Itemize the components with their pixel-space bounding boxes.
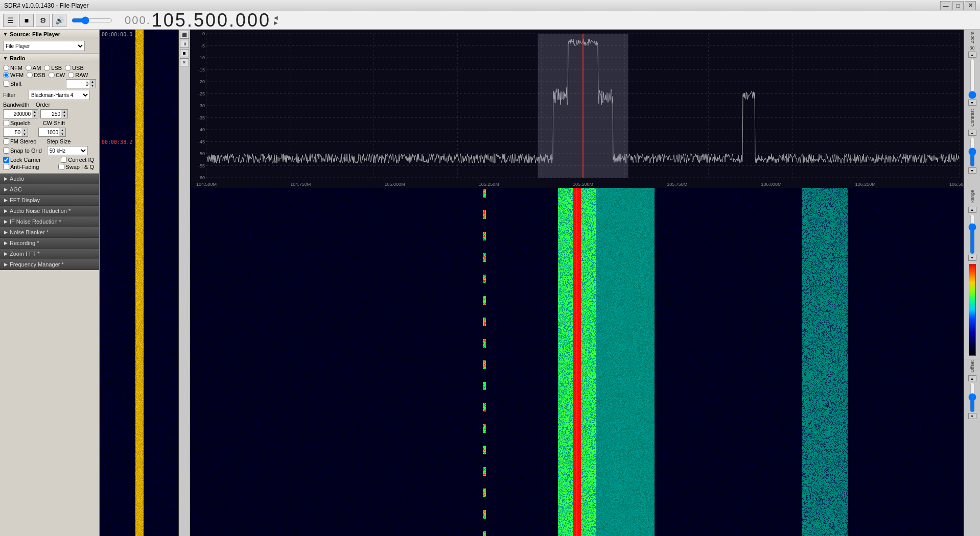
swap-iq-label[interactable]: Swap I & Q <box>58 164 94 170</box>
lock-carrier-label[interactable]: Lock Carrier <box>3 157 41 163</box>
order-input[interactable]: 250 <box>41 110 61 118</box>
squelch-down-btn[interactable]: ▼ <box>21 132 28 136</box>
shift-up-btn[interactable]: ▲ <box>89 80 96 84</box>
nfm-option[interactable]: NFM <box>3 65 22 71</box>
transport-btn-2[interactable]: ⏸ <box>180 40 189 48</box>
dsb-option[interactable]: DSB <box>27 72 45 78</box>
offset-slider[interactable] <box>968 382 977 412</box>
raw-option[interactable]: RAW <box>68 72 88 78</box>
if-noise-reduction-panel[interactable]: ▶ IF Noise Reduction * <box>0 216 99 227</box>
bandwidth-down-btn[interactable]: ▼ <box>32 114 38 118</box>
snap-to-grid-checkbox[interactable] <box>3 148 9 154</box>
source-header[interactable]: ▼ Source: File Player <box>0 30 99 39</box>
am-option[interactable]: AM <box>26 65 41 71</box>
bandwidth-input[interactable]: 200000 <box>4 110 32 118</box>
noise-blanker-panel[interactable]: ▶ Noise Blanker * <box>0 227 99 238</box>
radio-header[interactable]: ▼ Radio <box>0 54 99 63</box>
cw-shift-down-btn[interactable]: ▼ <box>59 132 65 136</box>
anti-fading-checkbox[interactable] <box>3 164 9 170</box>
wfm-option[interactable]: WFM <box>3 72 24 78</box>
agc-panel[interactable]: ▶ AGC <box>0 184 99 195</box>
fft-display-panel[interactable]: ▶ FFT Display <box>0 195 99 206</box>
stop-button[interactable]: ■ <box>19 14 34 27</box>
recording-panel[interactable]: ▶ Recording * <box>0 238 99 249</box>
fm-stereo-checkbox[interactable] <box>3 138 9 144</box>
correct-iq-checkbox[interactable] <box>61 157 67 163</box>
usb-radio[interactable] <box>65 65 71 71</box>
lsb-option[interactable]: LSB <box>44 65 62 71</box>
range-up-btn[interactable]: ▲ <box>968 207 976 213</box>
order-down-btn[interactable]: ▼ <box>61 114 67 118</box>
shift-spin-buttons: ▲ ▼ <box>89 80 96 88</box>
close-button[interactable]: ✕ <box>965 1 976 10</box>
settings-button[interactable]: ⚙ <box>36 14 50 27</box>
contrast-up-btn[interactable]: ▲ <box>968 130 976 136</box>
shift-spinbox[interactable]: 0 ▲ ▼ <box>66 79 96 88</box>
anti-fading-label[interactable]: Anti-Fading <box>3 164 39 170</box>
source-dropdown[interactable]: File Player <box>3 41 85 51</box>
minimize-button[interactable]: — <box>940 1 951 10</box>
cw-shift-spinbox[interactable]: 1000 ▲ ▼ <box>38 128 66 137</box>
usb-option[interactable]: USB <box>65 65 84 71</box>
order-up-btn[interactable]: ▲ <box>61 110 67 114</box>
offset-label: Offset <box>970 360 975 373</box>
cw-shift-label: CW Shift <box>43 120 65 126</box>
app-title: SDR# v1.0.0.1430 - File Player <box>4 2 88 9</box>
timestamp-mid: 00:00:38.2 <box>102 139 132 145</box>
squelch-checkbox[interactable] <box>3 120 9 126</box>
transport-btn-3[interactable]: ⏹ <box>180 49 189 57</box>
contrast-down-btn[interactable]: ▼ <box>968 167 976 174</box>
audio-noise-reduction-panel[interactable]: ▶ Audio Noise Reduction * <box>0 206 99 216</box>
offset-down-btn[interactable]: ▼ <box>968 413 976 419</box>
freq-left-arrow[interactable]: ◀ <box>274 15 278 20</box>
am-radio[interactable] <box>26 65 32 71</box>
volume-slider[interactable] <box>72 16 112 25</box>
range-down-btn[interactable]: ▼ <box>968 255 976 261</box>
menu-button[interactable]: ☰ <box>3 14 17 27</box>
contrast-slider[interactable] <box>968 136 977 167</box>
swap-iq-checkbox[interactable] <box>58 164 64 170</box>
bandwidth-spinbox[interactable]: 200000 ▲ ▼ <box>3 109 38 118</box>
transport-btn-1[interactable]: ⬛ <box>180 31 189 39</box>
squelch-input[interactable]: 50 <box>4 128 21 136</box>
wfm-radio[interactable] <box>3 72 9 78</box>
range-slider[interactable] <box>968 213 977 254</box>
raw-radio[interactable] <box>68 72 74 78</box>
dsb-radio[interactable] <box>27 72 33 78</box>
cw-shift-up-btn[interactable]: ▲ <box>59 128 65 132</box>
squelch-spinbox[interactable]: 50 ▲ ▼ <box>3 128 28 137</box>
squelch-up-btn[interactable]: ▲ <box>21 128 28 132</box>
shift-checkbox-label[interactable]: Shift <box>3 81 21 87</box>
freq-right-arrow[interactable]: ▶ <box>274 20 278 26</box>
order-spinbox[interactable]: 250 ▲ ▼ <box>40 109 68 118</box>
audio-button[interactable]: 🔊 <box>52 14 66 27</box>
freq-small: 000. <box>125 14 151 27</box>
nfm-radio[interactable] <box>3 65 9 71</box>
cw-shift-input[interactable]: 1000 <box>39 128 59 136</box>
freq-arrows[interactable]: ◀ ▶ <box>274 15 278 26</box>
transport-btn-4[interactable]: ✕ <box>180 58 189 66</box>
offset-up-btn[interactable]: ▲ <box>968 375 976 381</box>
zoom-down-btn[interactable]: ▼ <box>968 100 976 106</box>
filter-dropdown[interactable]: Blackman-Harris 4 <box>29 90 90 100</box>
snap-select[interactable]: 50 kHz 25 kHz 12.5 kHz <box>47 146 88 155</box>
cw-radio[interactable] <box>49 72 55 78</box>
shift-checkbox[interactable] <box>3 81 9 87</box>
snap-to-grid-label[interactable]: Snap to Grid <box>3 148 42 154</box>
lsb-radio[interactable] <box>44 65 50 71</box>
frequency-manager-panel[interactable]: ▶ Frequency Manager * <box>0 259 99 270</box>
squelch-label[interactable]: Squelch <box>3 120 31 126</box>
zoom-fft-panel[interactable]: ▶ Zoom FFT * <box>0 249 99 259</box>
shift-down-btn[interactable]: ▼ <box>89 84 96 88</box>
cw-option[interactable]: CW <box>49 72 65 78</box>
lock-carrier-checkbox[interactable] <box>3 157 9 163</box>
zoom-slider[interactable] <box>968 58 977 99</box>
maximize-button[interactable]: □ <box>952 1 964 10</box>
main-waterfall-canvas[interactable] <box>190 188 964 536</box>
audio-panel[interactable]: ▶ Audio <box>0 174 99 184</box>
zoom-up-btn[interactable]: ▲ <box>968 52 976 58</box>
fm-stereo-label[interactable]: FM Stereo <box>3 138 36 144</box>
correct-iq-label[interactable]: Correct IQ <box>61 157 94 163</box>
bandwidth-up-btn[interactable]: ▲ <box>32 110 38 114</box>
shift-input[interactable]: 0 <box>66 80 89 88</box>
